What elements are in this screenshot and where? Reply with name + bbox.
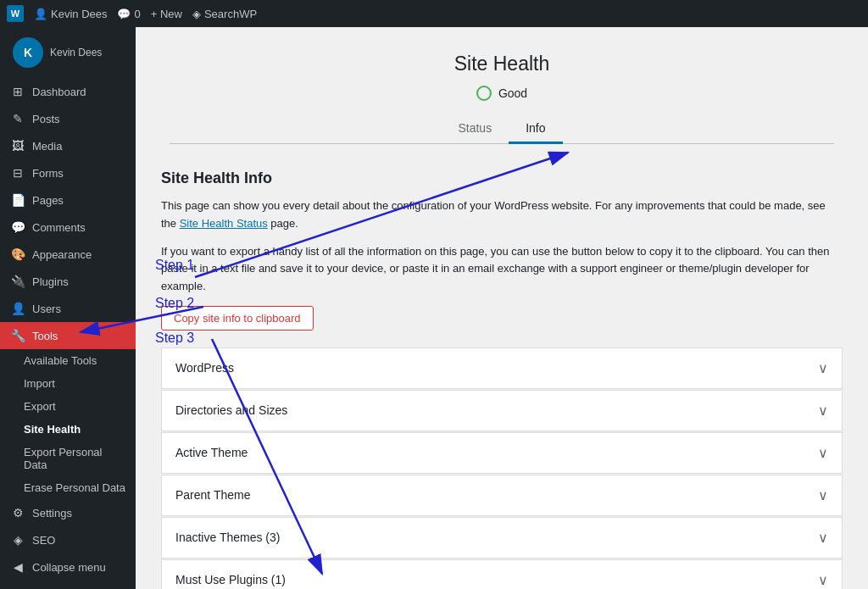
comments-button[interactable]: 💬 0	[117, 8, 140, 20]
chevron-down-icon: ∨	[818, 530, 828, 546]
chevron-down-icon: ∨	[818, 403, 828, 419]
tab-status[interactable]: Status	[441, 114, 509, 144]
sidebar-item-label: Users	[32, 303, 61, 315]
sidebar-item-export[interactable]: Export	[0, 395, 136, 418]
chevron-down-icon: ∨	[818, 487, 828, 503]
sidebar-item-export-personal-data[interactable]: Export Personal Data	[0, 441, 136, 476]
site-health-status-link[interactable]: Site Health Status	[180, 217, 268, 230]
tools-submenu: Available Tools Import Export Site Healt…	[0, 349, 136, 499]
sidebar-item-label: Pages	[32, 194, 64, 207]
sidebar-item-available-tools[interactable]: Available Tools	[0, 349, 136, 372]
sidebar-item-site-health[interactable]: Site Health	[0, 418, 136, 441]
seo-icon: ◈	[10, 533, 25, 547]
accordion-active-theme: Active Theme ∨	[161, 432, 843, 474]
accordion-header-must-use-plugins[interactable]: Must Use Plugins (1) ∨	[162, 560, 842, 589]
tab-info[interactable]: Info	[509, 114, 562, 144]
sidebar-item-label: Settings	[32, 507, 72, 520]
media-icon: 🖼	[10, 139, 25, 153]
user-avatar-icon: 👤	[34, 8, 47, 20]
page-header: Site Health Good Status Info	[136, 27, 868, 153]
comments-icon: 💬	[117, 8, 131, 20]
new-content-button[interactable]: + New	[151, 8, 182, 20]
sidebar-item-tools[interactable]: 🔧 Tools	[0, 322, 136, 349]
description-paragraph-1: This page can show you every detail abou…	[161, 197, 843, 233]
searchwp-label: SearchWP	[204, 8, 257, 20]
accordion-header-directories[interactable]: Directories and Sizes ∨	[162, 391, 842, 431]
sidebar-item-collapse[interactable]: ◀ Collapse menu	[0, 553, 136, 581]
sidebar-logo: K Kevin Dees	[0, 27, 136, 78]
tabs-bar: Status Info	[170, 114, 834, 144]
status-label: Good	[498, 86, 527, 100]
tools-icon: 🔧	[10, 329, 25, 342]
settings-icon: ⚙	[10, 506, 25, 520]
sidebar-item-label: Tools	[32, 330, 58, 342]
wp-admin-logo[interactable]: W	[7, 5, 24, 22]
searchwp-icon: ◈	[192, 8, 201, 20]
sidebar-item-posts[interactable]: ✎ Posts	[0, 105, 136, 132]
collapse-icon: ◀	[10, 560, 25, 574]
accordion-header-active-theme[interactable]: Active Theme ∨	[162, 433, 842, 473]
sidebar-item-media[interactable]: 🖼 Media	[0, 132, 136, 159]
sidebar-item-label: Media	[32, 140, 62, 153]
sidebar-item-label: Plugins	[32, 275, 69, 288]
sidebar-item-label: Forms	[32, 167, 64, 180]
accordion-header-parent-theme[interactable]: Parent Theme ∨	[162, 475, 842, 515]
status-circle-icon	[476, 86, 492, 101]
sidebar-item-label: Comments	[32, 221, 86, 234]
searchwp-menu[interactable]: ◈ SearchWP	[192, 8, 257, 20]
status-indicator: Good	[153, 86, 851, 101]
comments-nav-icon: 💬	[10, 220, 25, 234]
sidebar-item-dashboard[interactable]: ⊞ Dashboard	[0, 78, 136, 105]
username-label: Kevin Dees	[51, 8, 107, 20]
accordion-must-use-plugins: Must Use Plugins (1) ∨	[161, 559, 843, 589]
sidebar-item-forms[interactable]: ⊟ Forms	[0, 159, 136, 186]
sidebar-item-label: SEO	[32, 534, 55, 547]
sidebar-item-label: Posts	[32, 113, 60, 125]
sidebar-item-import[interactable]: Import	[0, 372, 136, 395]
pages-icon: 📄	[10, 193, 25, 207]
sidebar-item-erase-personal-data[interactable]: Erase Personal Data	[0, 476, 136, 499]
sidebar-item-users[interactable]: 👤 Users	[0, 295, 136, 322]
chevron-down-icon: ∨	[818, 360, 828, 376]
users-icon: 👤	[10, 302, 25, 315]
top-bar: W 👤 Kevin Dees 💬 0 + New ◈ SearchWP	[0, 0, 868, 27]
sidebar-item-seo[interactable]: ◈ SEO	[0, 526, 136, 553]
main-content: Site Health Good Status Info Site Health…	[136, 27, 868, 589]
description-paragraph-2: If you want to export a handy list of al…	[161, 243, 843, 296]
dashboard-icon: ⊞	[10, 85, 25, 98]
content-area: Site Health Info This page can show you …	[136, 153, 868, 589]
sidebar-item-appearance[interactable]: 🎨 Appearance	[0, 241, 136, 268]
chevron-down-icon: ∨	[818, 572, 828, 588]
accordion-wordpress: WordPress ∨	[161, 347, 843, 389]
forms-icon: ⊟	[10, 166, 25, 180]
section-title: Site Health Info	[161, 169, 843, 187]
sidebar-item-pages[interactable]: 📄 Pages	[0, 186, 136, 214]
accordion-inactive-themes: Inactive Themes (3) ∨	[161, 517, 843, 558]
sidebar: K Kevin Dees ⊞ Dashboard ✎ Posts 🖼 Media…	[0, 27, 136, 589]
avatar: K	[13, 37, 43, 68]
sidebar-item-settings[interactable]: ⚙ Settings	[0, 499, 136, 526]
wp-logo-icon: W	[7, 5, 24, 22]
sidebar-item-plugins[interactable]: 🔌 Plugins	[0, 268, 136, 295]
new-label: + New	[151, 8, 182, 20]
copy-site-info-button[interactable]: Copy site info to clipboard	[161, 306, 314, 331]
sidebar-item-label: Appearance	[32, 248, 92, 261]
accordion-header-wordpress[interactable]: WordPress ∨	[162, 348, 842, 388]
chevron-down-icon: ∨	[818, 445, 828, 461]
appearance-icon: 🎨	[10, 247, 25, 261]
accordion-header-inactive-themes[interactable]: Inactive Themes (3) ∨	[162, 518, 842, 558]
sidebar-item-label: Collapse menu	[32, 561, 106, 574]
sidebar-item-label: Dashboard	[32, 86, 86, 98]
posts-icon: ✎	[10, 112, 25, 125]
plugins-icon: 🔌	[10, 275, 25, 288]
sidebar-item-comments[interactable]: 💬 Comments	[0, 214, 136, 241]
sidebar-username: Kevin Dees	[50, 47, 102, 58]
page-title: Site Health	[153, 53, 851, 75]
accordion-parent-theme: Parent Theme ∨	[161, 475, 843, 516]
user-account[interactable]: 👤 Kevin Dees	[34, 8, 107, 20]
comments-count: 0	[134, 8, 140, 20]
accordion-directories: Directories and Sizes ∨	[161, 390, 843, 431]
